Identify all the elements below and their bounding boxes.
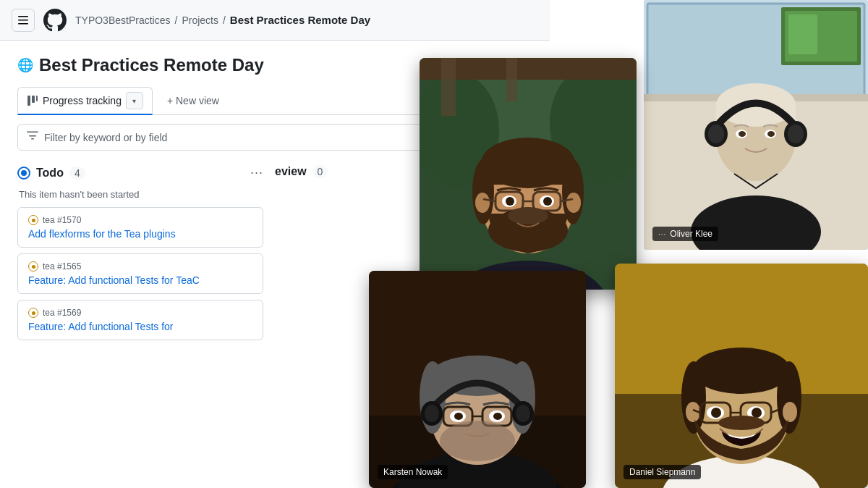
svg-point-20 xyxy=(765,130,776,138)
separator-1: / xyxy=(175,14,178,26)
card-ref-text: tea #1565 xyxy=(43,261,81,272)
column-todo-title: Todo xyxy=(36,167,64,180)
svg-point-14 xyxy=(716,94,796,181)
svg-point-42 xyxy=(566,193,581,213)
org-link[interactable]: TYPO3BestPractices xyxy=(75,14,171,26)
globe-icon: 🌐 xyxy=(17,57,33,73)
card-title[interactable]: Add flexforms for the Tea plugins xyxy=(28,228,252,240)
svg-point-102 xyxy=(718,416,765,430)
kanban-card: tea #1570 Add flexforms for the Tea plug… xyxy=(17,207,263,248)
card-issue-ref: tea #1569 xyxy=(28,308,252,318)
issue-dot-icon xyxy=(28,308,38,318)
svg-rect-88 xyxy=(692,371,791,385)
svg-point-21 xyxy=(739,131,746,137)
svg-point-89 xyxy=(681,361,706,434)
svg-rect-0 xyxy=(27,96,30,106)
svg-rect-1 xyxy=(32,96,35,103)
filter-icon xyxy=(27,130,38,144)
new-view-button[interactable]: + New view xyxy=(158,91,228,111)
kanban-board: Todo 4 ··· This item hasn't been started… xyxy=(17,162,532,346)
tab-label: Progress tracking xyxy=(43,95,122,106)
hamburger-button[interactable] xyxy=(12,9,35,32)
card-issue-ref: tea #1565 xyxy=(28,261,252,272)
kanban-card: tea #1565 Feature: Add functional Tests … xyxy=(17,253,263,294)
topnav: TYPO3BestPractices / Projects / Best Pra… xyxy=(0,0,550,41)
column-todo: Todo 4 ··· This item hasn't been started… xyxy=(17,162,263,346)
issue-dot-icon xyxy=(28,215,38,225)
card-title[interactable]: Feature: Add functional Tests for xyxy=(28,321,252,332)
github-ui-panel: TYPO3BestPractices / Projects / Best Pra… xyxy=(0,0,550,488)
breadcrumb: TYPO3BestPractices / Projects / Best Pra… xyxy=(75,14,370,26)
main-content: 🌐 Best Practices Remote Day Progress tra… xyxy=(0,41,550,361)
svg-point-30 xyxy=(550,62,637,185)
svg-point-100 xyxy=(711,408,721,418)
svg-point-19 xyxy=(736,130,747,138)
filter-placeholder: Filter by keyword or by field xyxy=(44,132,167,143)
svg-line-96 xyxy=(693,410,700,413)
daniel-name-label: Daniel Siepmann xyxy=(624,465,701,479)
column-todo-header: Todo 4 ··· xyxy=(17,162,263,183)
svg-rect-9 xyxy=(788,14,817,54)
svg-point-12 xyxy=(691,195,821,250)
current-page: Best Practices Remote Day xyxy=(230,14,370,26)
svg-rect-13 xyxy=(745,152,767,174)
svg-point-15 xyxy=(716,83,796,127)
svg-rect-3 xyxy=(644,0,868,250)
svg-point-22 xyxy=(767,131,775,137)
svg-point-99 xyxy=(747,406,765,419)
github-logo[interactable] xyxy=(43,9,67,32)
column-todo-count: 4 xyxy=(69,167,85,180)
video-daniel: Daniel Siepmann xyxy=(615,264,868,488)
oliver-video-bg xyxy=(644,0,868,250)
svg-rect-4 xyxy=(644,0,868,145)
svg-rect-85 xyxy=(728,430,754,455)
card-title[interactable]: Feature: Add functional Tests for TeaC xyxy=(28,274,252,286)
project-title-row: 🌐 Best Practices Remote Day xyxy=(17,55,532,75)
column-review-title: eview xyxy=(275,165,307,178)
filter-bar[interactable]: Filter by keyword or by field xyxy=(17,124,532,151)
svg-point-91 xyxy=(686,402,700,422)
svg-point-18 xyxy=(789,128,802,147)
todo-icon xyxy=(17,167,30,180)
svg-point-83 xyxy=(647,466,835,488)
svg-point-98 xyxy=(707,406,724,419)
column-review-header: eview 0 xyxy=(275,162,333,181)
oliver-name-label: ··· Oliver Klee xyxy=(652,227,718,241)
svg-rect-10 xyxy=(644,94,868,250)
svg-rect-7 xyxy=(781,7,861,65)
tab-progress-tracking[interactable]: Progress tracking ▾ xyxy=(17,87,153,115)
svg-rect-94 xyxy=(741,403,771,423)
svg-rect-81 xyxy=(615,264,868,408)
video-oliver: ··· Oliver Klee xyxy=(644,0,868,250)
svg-rect-6 xyxy=(647,4,864,112)
svg-rect-80 xyxy=(615,264,868,488)
view-tabs: Progress tracking ▾ + New view xyxy=(17,87,532,115)
svg-point-87 xyxy=(692,348,791,394)
card-ref-text: tea #1570 xyxy=(43,215,81,225)
tab-dropdown-button[interactable]: ▾ xyxy=(126,92,143,109)
column-todo-menu[interactable]: ··· xyxy=(250,165,263,180)
svg-rect-82 xyxy=(615,394,868,488)
svg-rect-93 xyxy=(700,403,731,423)
svg-point-101 xyxy=(752,408,762,418)
card-ref-text: tea #1569 xyxy=(43,308,81,318)
daniel-name-text: Daniel Siepmann xyxy=(629,467,695,477)
column-todo-subtitle: This item hasn't been started xyxy=(17,189,263,200)
card-issue-ref: tea #1570 xyxy=(28,215,252,225)
board-icon xyxy=(27,95,38,106)
kanban-card: tea #1569 Feature: Add functional Tests … xyxy=(17,300,263,340)
svg-line-97 xyxy=(771,410,778,413)
svg-point-40 xyxy=(562,159,584,224)
svg-rect-11 xyxy=(644,94,868,101)
issue-dot-icon xyxy=(28,261,38,272)
svg-point-90 xyxy=(777,361,801,434)
svg-point-17 xyxy=(710,128,723,147)
chevron-down-icon: ▾ xyxy=(132,97,136,105)
svg-point-92 xyxy=(783,402,797,422)
new-view-label: + New view xyxy=(167,95,219,106)
svg-point-24 xyxy=(784,121,807,147)
svg-rect-16 xyxy=(716,105,796,119)
svg-point-84 xyxy=(662,455,821,488)
svg-rect-2 xyxy=(36,96,38,101)
projects-link[interactable]: Projects xyxy=(182,14,218,26)
